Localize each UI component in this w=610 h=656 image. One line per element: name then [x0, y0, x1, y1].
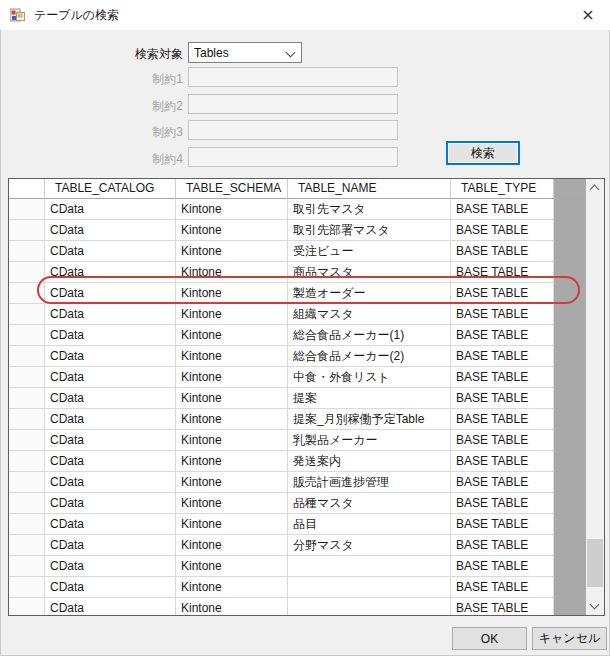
row-header-cell[interactable]: [9, 388, 45, 409]
row-header-cell[interactable]: [9, 409, 45, 430]
table-cell: 総合食品メーカー(2): [288, 346, 451, 367]
table-cell: Kintone: [176, 388, 288, 409]
row-filler: [554, 220, 586, 241]
row-header-column: [9, 179, 45, 199]
row-header-cell[interactable]: [9, 598, 45, 615]
table-row[interactable]: CDataKintone品目BASE TABLE: [9, 514, 586, 535]
row-filler: [554, 577, 586, 598]
scroll-down-button[interactable]: [586, 597, 604, 615]
row-header-cell[interactable]: [9, 430, 45, 451]
table-row[interactable]: CDataKintone取引先部署マスタBASE TABLE: [9, 220, 586, 241]
table-row[interactable]: CDataKintone製造オーダーBASE TABLE: [9, 283, 586, 304]
row-header-cell[interactable]: [9, 367, 45, 388]
table-cell: [288, 598, 451, 615]
table-row[interactable]: CDataKintone分野マスタBASE TABLE: [9, 535, 586, 556]
table-cell: CData: [45, 388, 176, 409]
table-row[interactable]: CDataKintoneBASE TABLE: [9, 577, 586, 598]
row-filler: [554, 514, 586, 535]
table-row[interactable]: CDataKintone受注ビューBASE TABLE: [9, 241, 586, 262]
table-cell: 分野マスタ: [288, 535, 451, 556]
table-cell: BASE TABLE: [451, 346, 554, 367]
row-header-cell[interactable]: [9, 472, 45, 493]
cancel-button[interactable]: キャンセル: [532, 627, 607, 650]
table-cell: 組織マスタ: [288, 304, 451, 325]
row-header-cell[interactable]: [9, 535, 45, 556]
column-header[interactable]: TABLE_CATALOG: [45, 179, 176, 199]
table-cell: CData: [45, 241, 176, 262]
table-cell: Kintone: [176, 430, 288, 451]
table-row[interactable]: CDataKintone中食・外食リストBASE TABLE: [9, 367, 586, 388]
row-header-cell[interactable]: [9, 199, 45, 220]
row-header-cell[interactable]: [9, 514, 45, 535]
table-row[interactable]: CDataKintone提案_月別稼働予定TableBASE TABLE: [9, 409, 586, 430]
table-row[interactable]: CDataKintone販売計画進捗管理BASE TABLE: [9, 472, 586, 493]
row-filler: [554, 346, 586, 367]
chevron-down-icon: [286, 48, 296, 58]
row-header-cell[interactable]: [9, 346, 45, 367]
row-header-cell[interactable]: [9, 262, 45, 283]
chevron-up-icon: [590, 185, 600, 195]
column-header[interactable]: TABLE_TYPE: [451, 179, 554, 199]
row-filler: [554, 199, 586, 220]
search-button[interactable]: 検索: [446, 141, 520, 165]
table-cell: CData: [45, 283, 176, 304]
table-row[interactable]: CDataKintoneBASE TABLE: [9, 556, 586, 577]
table-cell: Kintone: [176, 577, 288, 598]
table-row[interactable]: CDataKintone総合食品メーカー(2)BASE TABLE: [9, 346, 586, 367]
search-target-label: 検索対象: [103, 46, 183, 63]
table-row[interactable]: CDataKintoneBASE TABLE: [9, 598, 586, 615]
row-filler: [554, 283, 586, 304]
constraint-1-input: [188, 67, 398, 87]
row-header-cell[interactable]: [9, 241, 45, 262]
row-filler: [554, 493, 586, 514]
table-cell: CData: [45, 325, 176, 346]
row-header-cell[interactable]: [9, 325, 45, 346]
table-cell: CData: [45, 598, 176, 615]
table-row[interactable]: CDataKintone品種マスタBASE TABLE: [9, 493, 586, 514]
row-header-cell[interactable]: [9, 451, 45, 472]
row-filler: [554, 409, 586, 430]
table-row[interactable]: CDataKintone組織マスタBASE TABLE: [9, 304, 586, 325]
row-header-cell[interactable]: [9, 493, 45, 514]
grid-header-filler: [554, 179, 586, 199]
table-row[interactable]: CDataKintone商品マスタBASE TABLE: [9, 262, 586, 283]
row-header-cell[interactable]: [9, 304, 45, 325]
table-row[interactable]: CDataKintone取引先マスタBASE TABLE: [9, 199, 586, 220]
ok-button[interactable]: OK: [452, 627, 527, 650]
vertical-scrollbar[interactable]: [586, 179, 604, 615]
table-row[interactable]: CDataKintone提案BASE TABLE: [9, 388, 586, 409]
table-cell: BASE TABLE: [451, 367, 554, 388]
table-cell: Kintone: [176, 346, 288, 367]
table-cell: 取引先部署マスタ: [288, 220, 451, 241]
column-header[interactable]: TABLE_SCHEMA: [176, 179, 288, 199]
table-cell: BASE TABLE: [451, 241, 554, 262]
table-row[interactable]: CDataKintone発送案内BASE TABLE: [9, 451, 586, 472]
table-cell: CData: [45, 472, 176, 493]
table-cell: BASE TABLE: [451, 388, 554, 409]
constraint-4-label: 制約4: [103, 151, 183, 168]
search-target-select[interactable]: Tables: [188, 42, 302, 63]
row-header-cell[interactable]: [9, 283, 45, 304]
table-cell: Kintone: [176, 409, 288, 430]
table-cell: CData: [45, 451, 176, 472]
table-cell: 中食・外食リスト: [288, 367, 451, 388]
column-header[interactable]: TABLE_NAME: [288, 179, 451, 199]
table-cell: CData: [45, 367, 176, 388]
table-cell: Kintone: [176, 556, 288, 577]
table-cell: Kintone: [176, 325, 288, 346]
table-cell: 取引先マスタ: [288, 199, 451, 220]
row-filler: [554, 304, 586, 325]
close-button[interactable]: ×: [566, 0, 610, 30]
row-header-cell[interactable]: [9, 220, 45, 241]
table-cell: Kintone: [176, 220, 288, 241]
row-header-cell[interactable]: [9, 556, 45, 577]
table-row[interactable]: CDataKintone乳製品メーカーBASE TABLE: [9, 430, 586, 451]
table-cell: Kintone: [176, 283, 288, 304]
table-row[interactable]: CDataKintone総合食品メーカー(1)BASE TABLE: [9, 325, 586, 346]
scroll-up-button[interactable]: [586, 179, 604, 197]
table-cell: 乳製品メーカー: [288, 430, 451, 451]
table-cell: BASE TABLE: [451, 220, 554, 241]
chevron-down-icon: [590, 600, 600, 610]
scrollbar-thumb[interactable]: [587, 539, 603, 587]
row-header-cell[interactable]: [9, 577, 45, 598]
